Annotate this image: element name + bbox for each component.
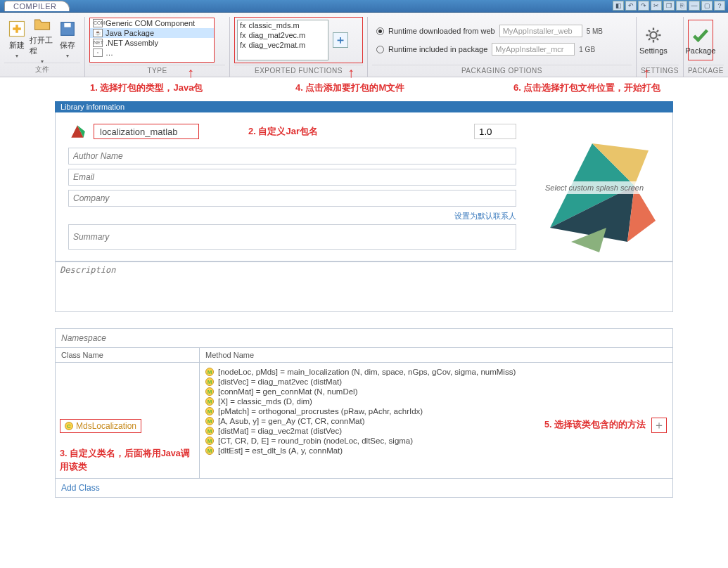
annotation-row: ↑ ↑ ↑ 1. 选择打包的类型，Java包 4. 点击添加要打包的M文件 6.… bbox=[0, 77, 728, 97]
arrow-icon: ↑ bbox=[187, 65, 194, 81]
titlebar-icon[interactable]: ▢ bbox=[701, 1, 713, 11]
annotation-2: 2. 自定义Jar包名 bbox=[248, 125, 318, 138]
check-icon bbox=[691, 25, 710, 45]
plus-icon bbox=[7, 19, 27, 39]
group-label-file: 文件 bbox=[4, 63, 80, 75]
group-label-exported: EXPORTED FUNCTIONS bbox=[234, 65, 363, 75]
col-method-name: Method Name bbox=[200, 348, 260, 362]
svg-rect-2 bbox=[64, 23, 70, 27]
titlebar-icon[interactable]: ✂ bbox=[651, 1, 662, 11]
namespace-input[interactable] bbox=[56, 329, 672, 348]
col-class-name: Class Name bbox=[56, 348, 200, 362]
package-button[interactable]: Package bbox=[688, 20, 713, 60]
method-icon: M bbox=[205, 407, 214, 415]
annotation-1: 1. 选择打包的类型，Java包 bbox=[90, 82, 203, 94]
method-icon: M bbox=[205, 387, 214, 396]
class-icon: C bbox=[65, 422, 73, 430]
method-row[interactable]: M[connMat] = gen_connMat (N, numDel) bbox=[205, 387, 667, 396]
set-default-contact-link[interactable]: 设置为默认联系人 bbox=[68, 211, 516, 221]
method-icon: M bbox=[205, 437, 214, 445]
arrow-icon: ↑ bbox=[347, 65, 355, 81]
group-label-package: PACKAGE bbox=[688, 65, 724, 75]
method-icon: M bbox=[205, 377, 214, 386]
splash-label: Select custom splash screen bbox=[541, 181, 648, 194]
group-label-type: TYPE bbox=[89, 65, 225, 75]
description-input[interactable] bbox=[55, 262, 673, 312]
annotation-4: 4. 点击添加要打包的M文件 bbox=[295, 82, 404, 94]
open-button[interactable]: 打开工程 bbox=[30, 19, 55, 60]
method-row[interactable]: M[pMatch] = orthogonal_procrustes (pRaw,… bbox=[205, 406, 667, 416]
ribbon: 新建 打开工程 保存 文件 COMGeneric COM Component ☕… bbox=[0, 13, 728, 77]
arrow-icon: ↑ bbox=[643, 65, 650, 81]
method-row[interactable]: M[CT, CR, D, E] = round_robin (nodeLoc, … bbox=[205, 436, 667, 446]
titlebar-icon[interactable]: ↷ bbox=[638, 1, 649, 11]
method-row[interactable]: M[nodeLoc, pMds] = main_localization (N,… bbox=[205, 367, 667, 377]
gear-icon bbox=[644, 25, 663, 45]
svg-point-3 bbox=[650, 32, 656, 38]
method-row[interactable]: M[X] = classic_mds (D, dim) bbox=[205, 396, 667, 406]
version-input[interactable] bbox=[474, 124, 516, 139]
tab-compiler[interactable]: COMPILER bbox=[4, 1, 70, 11]
method-icon: M bbox=[205, 397, 214, 406]
group-label-packaging: PACKAGING OPTIONS bbox=[372, 65, 632, 75]
radio-runtime-pkg[interactable] bbox=[376, 46, 384, 53]
method-icon: M bbox=[205, 427, 214, 435]
library-info-header: Library information bbox=[55, 101, 673, 112]
add-file-button[interactable]: ＋ bbox=[333, 32, 348, 48]
installer-name-mcr[interactable] bbox=[492, 43, 575, 56]
company-input[interactable] bbox=[68, 190, 516, 207]
folder-open-icon bbox=[32, 14, 52, 34]
size-mcr: 1 GB bbox=[579, 46, 595, 53]
namespace-section: Class Name Method Name C MdsLocalization… bbox=[55, 328, 673, 498]
runtime-web-label: Runtime downloaded from web bbox=[388, 27, 495, 35]
main-content: Library information 2. 自定义Jar包名 设置为默认联系人 bbox=[0, 101, 728, 512]
titlebar-icon[interactable]: ❐ bbox=[663, 1, 675, 11]
method-row[interactable]: M[distVec] = diag_mat2vec (distMat) bbox=[205, 377, 667, 387]
runtime-pkg-label: Runtime included in package bbox=[388, 45, 487, 53]
settings-button[interactable]: Settings bbox=[641, 20, 666, 60]
method-row[interactable]: M[dltEst] = est_dlt_ls (A, y, connMat) bbox=[205, 446, 667, 456]
exported-functions-list[interactable]: fxclassic_mds.m fxdiag_mat2vec.m fxdiag_… bbox=[237, 20, 328, 60]
method-icon: M bbox=[205, 417, 214, 425]
titlebar-icon[interactable]: — bbox=[689, 1, 700, 11]
annotation-3: 3. 自定义类名，后面将用Java调用该类 bbox=[60, 447, 195, 474]
add-method-button[interactable]: ＋ bbox=[651, 418, 667, 433]
save-button[interactable]: 保存 bbox=[55, 19, 80, 60]
window-titlebar: ◧ ↶ ↷ ✂ ❐ ⎘ — ▢ ? bbox=[0, 0, 728, 13]
library-name-input[interactable] bbox=[94, 124, 199, 139]
type-listbox[interactable]: COMGeneric COM Component ☕Java Package N… bbox=[89, 18, 215, 63]
method-icon: M bbox=[205, 446, 214, 455]
email-input[interactable] bbox=[68, 169, 516, 186]
annotation-5: 5. 选择该类包含的的方法 bbox=[544, 419, 646, 431]
new-button[interactable]: 新建 bbox=[4, 19, 30, 60]
app-icon bbox=[68, 122, 87, 141]
class-name-cell[interactable]: C MdsLocalization bbox=[60, 419, 141, 433]
save-icon bbox=[58, 19, 77, 39]
help-icon[interactable]: ? bbox=[714, 1, 725, 11]
titlebar-icon[interactable]: ↶ bbox=[625, 1, 637, 11]
installer-name-web[interactable] bbox=[499, 25, 582, 37]
titlebar-icon[interactable]: ◧ bbox=[613, 1, 624, 11]
method-icon: M bbox=[205, 368, 214, 376]
titlebar-icon[interactable]: ⎘ bbox=[676, 1, 687, 11]
splash-area[interactable]: Select custom splash screen bbox=[529, 122, 660, 253]
size-web: 5 MB bbox=[587, 27, 603, 35]
author-input[interactable] bbox=[68, 148, 516, 164]
annotation-6: 6. 点击选择打包文件位置，开始打包 bbox=[513, 82, 660, 94]
radio-runtime-web[interactable] bbox=[376, 27, 384, 35]
summary-input[interactable] bbox=[68, 224, 516, 250]
add-class-link[interactable]: Add Class bbox=[56, 478, 672, 497]
